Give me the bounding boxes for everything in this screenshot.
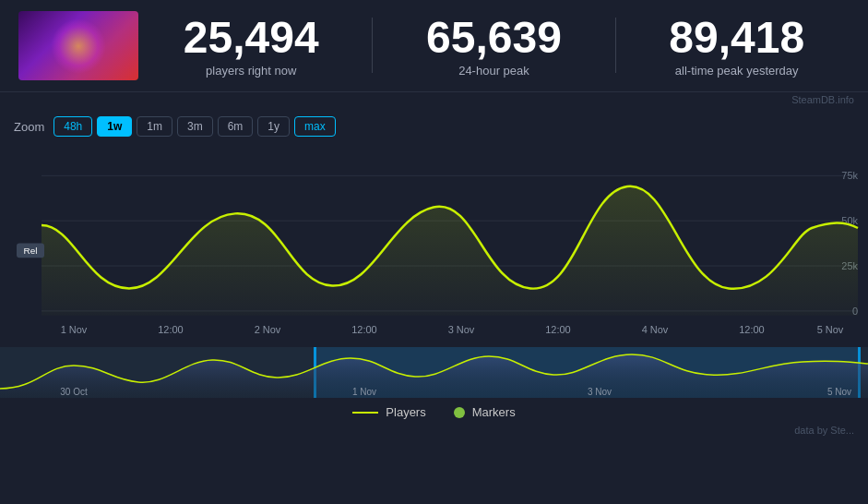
zoom-label: Zoom bbox=[14, 120, 44, 134]
legend-players-line bbox=[352, 412, 378, 414]
stat-peak-alltime: 89,418 all-time peak yesterday bbox=[669, 14, 804, 78]
svg-text:2 Nov: 2 Nov bbox=[255, 324, 281, 335]
legend-players: Players bbox=[352, 405, 425, 419]
stat-divider-1 bbox=[372, 18, 373, 73]
legend-players-label: Players bbox=[386, 405, 425, 419]
stat-divider-2 bbox=[615, 18, 616, 73]
svg-text:3 Nov: 3 Nov bbox=[448, 324, 475, 335]
legend-markers-dot bbox=[454, 407, 465, 418]
data-credit: data by Ste... bbox=[0, 423, 868, 436]
svg-text:12:00: 12:00 bbox=[158, 324, 183, 335]
peak-24h-label: 24-hour peak bbox=[426, 64, 562, 78]
stat-players-now: 25,494 players right now bbox=[184, 14, 319, 78]
stats-container: 25,494 players right now 65,639 24-hour … bbox=[138, 14, 850, 78]
zoom-bar: Zoom 48h 1w 1m 3m 6m 1y max bbox=[0, 109, 868, 144]
svg-text:5 Nov: 5 Nov bbox=[817, 324, 844, 335]
zoom-btn-3m[interactable]: 3m bbox=[177, 116, 213, 137]
stat-peak-24h: 65,639 24-hour peak bbox=[426, 14, 562, 78]
zoom-btn-1y[interactable]: 1y bbox=[257, 116, 290, 137]
svg-text:12:00: 12:00 bbox=[739, 324, 764, 335]
peak-24h-value: 65,639 bbox=[426, 14, 562, 63]
mini-chart-svg: 30 Oct 1 Nov 3 Nov 5 Nov bbox=[0, 347, 868, 398]
svg-text:12:00: 12:00 bbox=[545, 324, 570, 335]
peak-alltime-value: 89,418 bbox=[669, 14, 804, 63]
main-chart-container: 75k 50k 25k 0 Rel 1 Nov 12:00 2 Nov 12:0… bbox=[0, 144, 868, 347]
players-now-label: players right now bbox=[184, 64, 319, 78]
watermark: SteamDB.info bbox=[0, 92, 868, 109]
svg-text:3 Nov: 3 Nov bbox=[588, 387, 612, 397]
credit-text: data by Ste... bbox=[794, 425, 854, 436]
rel-badge-text: Rel bbox=[24, 246, 38, 256]
zoom-btn-48h[interactable]: 48h bbox=[54, 116, 92, 137]
svg-text:12:00: 12:00 bbox=[351, 324, 376, 335]
header: 25,494 players right now 65,639 24-hour … bbox=[0, 0, 868, 92]
legend-markers-label: Markers bbox=[472, 405, 516, 419]
zoom-btn-1m[interactable]: 1m bbox=[137, 116, 172, 137]
chart-fill bbox=[42, 186, 858, 316]
zoom-btn-6m[interactable]: 6m bbox=[218, 116, 254, 137]
svg-text:75k: 75k bbox=[841, 170, 858, 181]
mini-chart-container: 30 Oct 1 Nov 3 Nov 5 Nov bbox=[0, 347, 868, 398]
main-chart-svg: 75k 50k 25k 0 Rel 1 Nov 12:00 2 Nov 12:0… bbox=[0, 149, 868, 347]
peak-alltime-label: all-time peak yesterday bbox=[669, 64, 804, 78]
svg-text:5 Nov: 5 Nov bbox=[827, 387, 851, 397]
svg-text:4 Nov: 4 Nov bbox=[642, 324, 669, 335]
zoom-btn-max[interactable]: max bbox=[294, 116, 336, 137]
svg-text:1 Nov: 1 Nov bbox=[61, 324, 88, 335]
zoom-btn-1w[interactable]: 1w bbox=[97, 116, 132, 137]
legend-markers: Markers bbox=[454, 405, 516, 419]
legend: Players Markers bbox=[0, 398, 868, 423]
svg-text:30 Oct: 30 Oct bbox=[60, 387, 88, 397]
svg-text:1 Nov: 1 Nov bbox=[352, 387, 376, 397]
players-now-value: 25,494 bbox=[184, 14, 319, 63]
game-thumbnail bbox=[18, 11, 138, 80]
